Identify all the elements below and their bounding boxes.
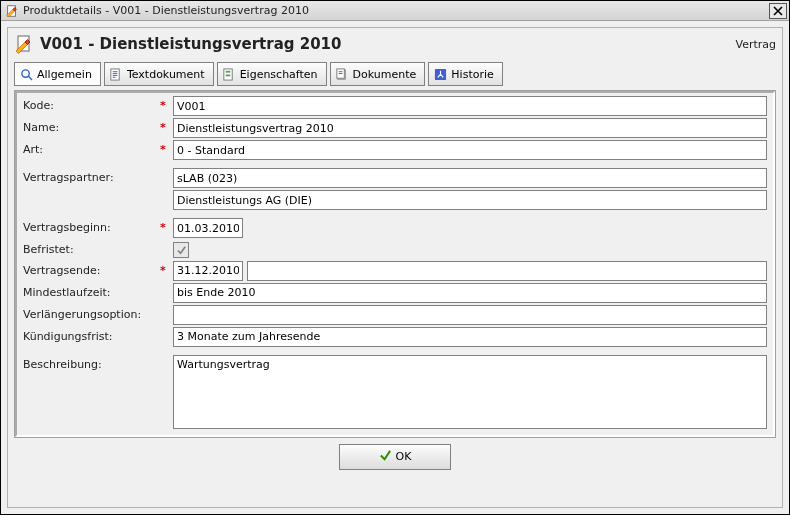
titlebar: Produktdetails - V001 - Dienstleistungsv… — [1, 1, 789, 21]
label-verlaengerungsoption: Verlängerungsoption: — [21, 304, 155, 326]
edit-document-icon — [14, 34, 34, 54]
name-input[interactable] — [173, 118, 767, 138]
required-marker: * — [155, 95, 171, 117]
befristet-checkbox[interactable] — [173, 242, 189, 258]
tab-eigenschaften[interactable]: Eigenschaften — [217, 62, 327, 86]
tabbar: Allgemein Textdokument Eigenschaften — [14, 62, 776, 86]
tab-dokumente[interactable]: Dokumente — [330, 62, 426, 86]
form-frame: Kode: * Name: * Art: * — [14, 90, 776, 438]
edit-document-icon — [5, 4, 19, 18]
svg-rect-6 — [226, 74, 231, 76]
check-icon — [379, 449, 392, 465]
vertragspartner2-input[interactable] — [173, 190, 767, 210]
required-marker: * — [155, 260, 171, 282]
main-panel: V001 - Dienstleistungsvertrag 2010 Vertr… — [7, 27, 783, 508]
check-icon — [176, 245, 187, 256]
svg-point-2 — [21, 69, 28, 76]
vertragsende-input[interactable] — [173, 261, 243, 281]
required-marker: * — [155, 117, 171, 139]
tab-label: Textdokument — [127, 68, 205, 81]
label-kuendigungsfrist: Kündigungsfrist: — [21, 326, 155, 348]
tab-label: Allgemein — [37, 68, 92, 81]
kuendigungsfrist-input[interactable] — [173, 327, 767, 347]
label-befristet: Befristet: — [21, 239, 155, 260]
label-vertragspartner: Vertragspartner: — [21, 167, 155, 189]
required-marker: * — [155, 217, 171, 239]
button-bar: OK — [12, 438, 778, 474]
tab-label: Historie — [451, 68, 493, 81]
tab-label: Dokumente — [353, 68, 417, 81]
verlaengerungsoption-input[interactable] — [173, 305, 767, 325]
history-icon — [433, 67, 447, 81]
label-beschreibung: Beschreibung: — [21, 354, 155, 433]
text-document-icon — [109, 67, 123, 81]
properties-icon — [222, 67, 236, 81]
mindestlaufzeit-input[interactable] — [173, 283, 767, 303]
vertragsbeginn-input[interactable] — [173, 218, 243, 238]
content-area: V001 - Dienstleistungsvertrag 2010 Vertr… — [1, 21, 789, 514]
heading: V001 - Dienstleistungsvertrag 2010 Vertr… — [14, 34, 776, 54]
tab-textdokument[interactable]: Textdokument — [104, 62, 214, 86]
art-input[interactable] — [173, 140, 767, 160]
context-label: Vertrag — [735, 38, 776, 51]
label-vertragsbeginn: Vertragsbeginn: — [21, 217, 155, 239]
close-icon — [773, 6, 783, 16]
kode-input[interactable] — [173, 96, 767, 116]
label-art: Art: — [21, 139, 155, 161]
beschreibung-input[interactable] — [173, 355, 767, 429]
window: Produktdetails - V001 - Dienstleistungsv… — [0, 0, 790, 515]
svg-rect-3 — [111, 68, 119, 79]
tab-allgemein[interactable]: Allgemein — [14, 62, 101, 86]
window-title: Produktdetails - V001 - Dienstleistungsv… — [23, 4, 769, 17]
required-marker: * — [155, 139, 171, 161]
tab-label: Eigenschaften — [240, 68, 318, 81]
label-vertragsende: Vertragsende: — [21, 260, 155, 282]
svg-rect-5 — [226, 70, 231, 72]
vertragspartner1-input[interactable] — [173, 168, 767, 188]
label-name: Name: — [21, 117, 155, 139]
label-mindestlaufzeit: Mindestlaufzeit: — [21, 282, 155, 304]
vertragsende-extra-input[interactable] — [247, 261, 767, 281]
ok-label: OK — [396, 450, 412, 463]
documents-icon — [335, 67, 349, 81]
magnifier-icon — [19, 67, 33, 81]
label-kode: Kode: — [21, 95, 155, 117]
ok-button[interactable]: OK — [339, 444, 451, 470]
page-title: V001 - Dienstleistungsvertrag 2010 — [40, 35, 735, 53]
close-button[interactable] — [769, 3, 787, 19]
form: Kode: * Name: * Art: * — [15, 91, 775, 437]
tab-historie[interactable]: Historie — [428, 62, 502, 86]
